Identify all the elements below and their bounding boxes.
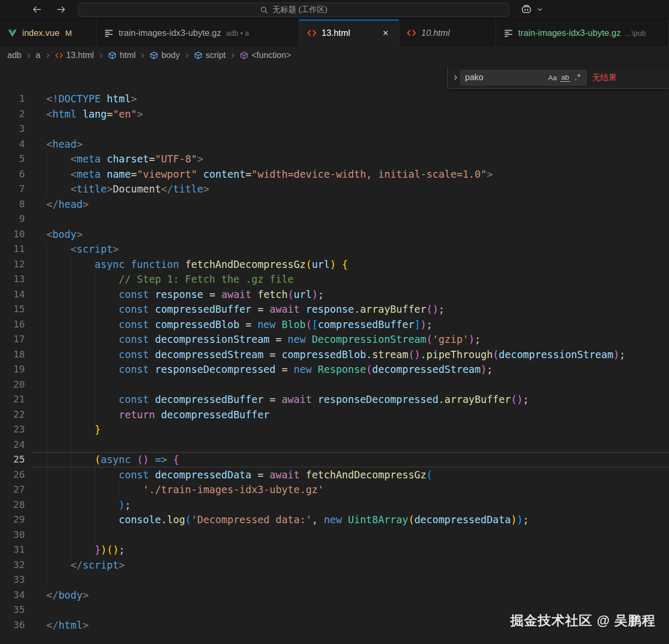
line-number[interactable]: 8 xyxy=(0,197,32,212)
code-line[interactable]: 4<head> xyxy=(0,137,669,152)
code-line[interactable]: 18 const decompressedStream = compressed… xyxy=(0,347,669,362)
line-content[interactable]: </script> xyxy=(46,558,669,573)
breadcrumb-item-a[interactable]: a xyxy=(36,51,41,60)
code-line[interactable]: 24 xyxy=(0,437,669,453)
code-line[interactable]: 28 ); xyxy=(0,497,669,513)
code-line[interactable]: 10<body> xyxy=(0,227,669,242)
code-line[interactable]: 29 console.log('Decompressed data:', new… xyxy=(0,512,669,527)
code-line[interactable]: 33 xyxy=(0,572,669,588)
line-content[interactable]: (async () => { xyxy=(46,452,669,467)
line-content[interactable]: console.log('Decompressed data:', new Ui… xyxy=(46,512,669,527)
breadcrumb-item-body[interactable]: body xyxy=(150,51,180,60)
line-number[interactable]: 25 xyxy=(0,452,32,467)
line-content[interactable]: } xyxy=(46,422,669,437)
line-content[interactable]: // Step 1: Fetch the .gz file xyxy=(46,272,669,287)
code-line[interactable]: 7 <title>Document</title> xyxy=(0,181,669,197)
tab-10.html[interactable]: 10.html xyxy=(399,20,496,46)
breadcrumb-item-13.html[interactable]: 13.html xyxy=(55,51,94,60)
line-content[interactable] xyxy=(46,121,669,137)
code-line[interactable]: 20 xyxy=(0,377,669,392)
code-line[interactable]: 21 const decompressedBuffer = await resp… xyxy=(0,392,669,407)
line-number[interactable]: 32 xyxy=(0,558,32,573)
code-line[interactable]: 27 './train-images-idx3-ubyte.gz' xyxy=(0,482,669,497)
code-line[interactable]: 6 <meta name="viewport" content="width=d… xyxy=(0,167,669,182)
line-content[interactable]: </head> xyxy=(46,197,669,212)
line-content[interactable]: const responseDecompressed = new Respons… xyxy=(46,362,669,377)
line-content[interactable]: const decompressedData = await fetchAndD… xyxy=(46,467,669,483)
line-content[interactable]: const decompressedBuffer = await respons… xyxy=(46,392,669,407)
line-content[interactable]: </body> xyxy=(46,588,669,603)
line-number[interactable]: 12 xyxy=(0,257,32,272)
line-content[interactable]: <meta charset="UTF-8"> xyxy=(46,151,669,167)
copilot-menu[interactable] xyxy=(520,2,544,17)
line-number[interactable]: 34 xyxy=(0,588,32,603)
line-number[interactable]: 23 xyxy=(0,422,32,437)
line-number[interactable]: 29 xyxy=(0,512,32,527)
line-content[interactable]: './train-images-idx3-ubyte.gz' xyxy=(46,482,669,497)
tab-13.html[interactable]: 13.html xyxy=(299,20,399,46)
line-number[interactable]: 28 xyxy=(0,497,32,513)
line-content[interactable]: <head> xyxy=(46,137,669,152)
line-number[interactable]: 20 xyxy=(0,377,32,392)
line-content[interactable]: })(); xyxy=(46,542,669,558)
line-content[interactable]: const compressedBlob = new Blob([compres… xyxy=(46,317,669,332)
code-line[interactable]: 3 xyxy=(0,121,669,137)
line-content[interactable]: ); xyxy=(46,497,669,513)
line-number[interactable]: 24 xyxy=(0,437,32,453)
code-line[interactable]: 1<!DOCTYPE html> xyxy=(0,91,669,107)
line-number[interactable]: 17 xyxy=(0,332,32,347)
line-number[interactable]: 3 xyxy=(0,121,32,137)
line-content[interactable]: <body> xyxy=(46,227,669,242)
toggle-replace-button[interactable] xyxy=(451,69,460,86)
code-line[interactable]: 9 xyxy=(0,212,669,227)
find-input[interactable] xyxy=(465,73,546,82)
line-number[interactable]: 33 xyxy=(0,572,32,588)
line-number[interactable]: 35 xyxy=(0,602,32,618)
regex-toggle[interactable]: .* xyxy=(571,71,584,84)
code-line[interactable]: 22 return decompressedBuffer xyxy=(0,407,669,422)
code-line[interactable]: 8</head> xyxy=(0,197,669,212)
code-line[interactable]: 17 const decompressionStream = new Decom… xyxy=(0,332,669,347)
code-line[interactable]: 11 <script> xyxy=(0,242,669,257)
line-content[interactable]: <html lang="en"> xyxy=(46,107,669,122)
line-number[interactable]: 18 xyxy=(0,347,32,362)
command-center-search[interactable]: 无标题 (工作区) xyxy=(78,3,509,17)
code-line[interactable]: 12 async function fetchAndDecompressGz(u… xyxy=(0,257,669,272)
line-content[interactable]: <script> xyxy=(46,242,669,257)
line-content[interactable] xyxy=(46,212,669,227)
code-line[interactable]: 16 const compressedBlob = new Blob([comp… xyxy=(0,317,669,332)
code-line[interactable]: 14 const response = await fetch(url); xyxy=(0,287,669,302)
line-content[interactable] xyxy=(46,437,669,453)
code-editor[interactable]: Aaab.* 无结果 1<!DOCTYPE html>2<html lang="… xyxy=(0,64,669,644)
line-number[interactable]: 1 xyxy=(0,91,32,107)
line-number[interactable]: 14 xyxy=(0,287,32,302)
nav-forward-button[interactable] xyxy=(55,3,67,16)
nav-back-button[interactable] xyxy=(31,3,43,16)
line-number[interactable]: 7 xyxy=(0,181,32,197)
code-line[interactable]: 34</body> xyxy=(0,588,669,603)
code-line[interactable]: 19 const responseDecompressed = new Resp… xyxy=(0,362,669,377)
breadcrumb-item-function[interactable]: <function> xyxy=(240,51,291,60)
line-number[interactable]: 31 xyxy=(0,542,32,558)
line-content[interactable]: <!DOCTYPE html> xyxy=(46,91,669,107)
line-number[interactable]: 30 xyxy=(0,527,32,543)
code-line[interactable]: 5 <meta charset="UTF-8"> xyxy=(0,151,669,167)
line-content[interactable] xyxy=(46,572,669,588)
line-content[interactable]: const decompressedStream = compressedBlo… xyxy=(46,347,669,362)
breadcrumb-item-html[interactable]: html xyxy=(108,51,135,60)
code-line[interactable]: 31 })(); xyxy=(0,542,669,558)
line-content[interactable]: async function fetchAndDecompressGz(url)… xyxy=(46,257,669,272)
code-line[interactable]: 23 } xyxy=(0,422,669,437)
line-number[interactable]: 27 xyxy=(0,482,32,497)
line-number[interactable]: 15 xyxy=(0,302,32,317)
line-content[interactable]: const compressedBuffer = await response.… xyxy=(46,302,669,317)
code-line[interactable]: 25 (async () => { xyxy=(0,452,669,467)
line-content[interactable] xyxy=(46,377,669,392)
code-line[interactable]: 13 // Step 1: Fetch the .gz file xyxy=(0,272,669,287)
line-number[interactable]: 2 xyxy=(0,107,32,122)
line-number[interactable]: 19 xyxy=(0,362,32,377)
line-number[interactable]: 4 xyxy=(0,137,32,152)
line-number[interactable]: 6 xyxy=(0,167,32,182)
line-number[interactable]: 22 xyxy=(0,407,32,422)
code-line[interactable]: 30 xyxy=(0,527,669,543)
